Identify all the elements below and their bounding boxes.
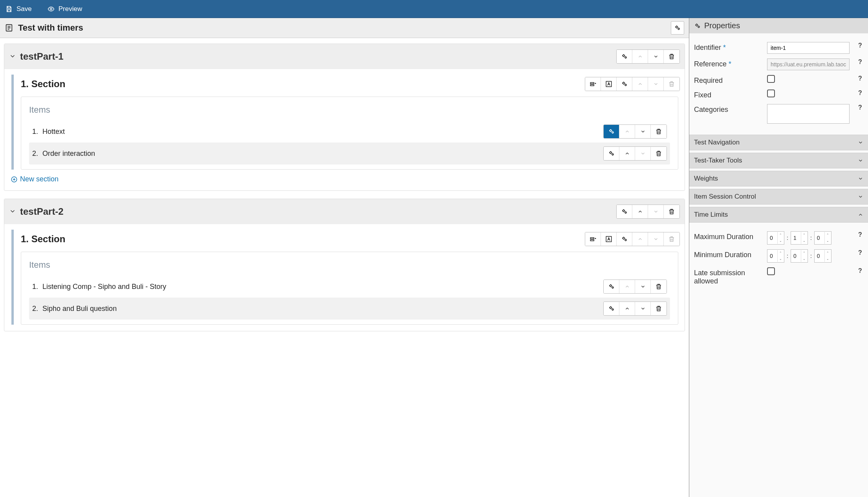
section: 1. Section Items 1. xyxy=(11,230,680,325)
section-settings-button[interactable] xyxy=(617,77,632,91)
fixed-checkbox[interactable] xyxy=(767,90,775,97)
item-settings-button[interactable] xyxy=(604,125,619,138)
svg-point-21 xyxy=(623,238,624,239)
accordion-weights[interactable]: Weights xyxy=(689,171,868,186)
part-settings-button[interactable] xyxy=(617,50,632,63)
duration-seconds-input[interactable]: 0⌃⌄ xyxy=(814,231,831,245)
trash-icon xyxy=(655,128,662,135)
section-delete-button xyxy=(664,77,679,91)
spin-up[interactable]: ⌃ xyxy=(824,232,831,238)
help-button[interactable]: ? xyxy=(857,267,863,274)
part-title: testPart-2 xyxy=(20,206,612,217)
gears-icon xyxy=(608,128,615,135)
accordion-item-session-control[interactable]: Item Session Control xyxy=(689,189,868,205)
spin-up[interactable]: ⌃ xyxy=(824,250,831,256)
prop-row-identifier: Identifier * ? xyxy=(694,42,863,54)
part-delete-button[interactable] xyxy=(664,205,679,218)
item-row[interactable]: 2. Sipho and Buli question xyxy=(29,298,670,320)
test-settings-button[interactable] xyxy=(671,21,684,35)
item-row[interactable]: 2. Order interaction xyxy=(29,143,670,164)
item-settings-button[interactable] xyxy=(604,302,619,315)
spin-down[interactable]: ⌄ xyxy=(801,238,807,244)
item-delete-button[interactable] xyxy=(651,302,667,315)
svg-point-17 xyxy=(625,212,626,213)
part-collapse-toggle[interactable] xyxy=(9,208,16,216)
section-add-item-button[interactable] xyxy=(585,232,601,246)
part-body: 1. Section xyxy=(4,69,685,190)
item-row[interactable]: 1. Hottext xyxy=(29,121,670,143)
identifier-input[interactable] xyxy=(767,42,850,54)
item-delete-button[interactable] xyxy=(651,280,667,293)
items-box: Items 1. Listening Comp - Sipho and Buli… xyxy=(21,252,678,325)
trash-icon xyxy=(668,80,675,88)
item-number: 2. xyxy=(32,150,42,158)
trash-icon xyxy=(668,208,675,215)
part-collapse-toggle[interactable] xyxy=(9,53,16,61)
duration-seconds-input[interactable]: 0⌃⌄ xyxy=(814,249,831,263)
save-button[interactable]: Save xyxy=(5,5,32,13)
spin-up[interactable]: ⌃ xyxy=(777,232,784,238)
help-button[interactable]: ? xyxy=(857,42,863,49)
item-delete-button[interactable] xyxy=(651,125,667,138)
item-row[interactable]: 1. Listening Comp - Sipho and Buli - Sto… xyxy=(29,276,670,298)
properties-title: Properties xyxy=(704,21,740,30)
spin-down[interactable]: ⌄ xyxy=(777,256,784,262)
prop-label: Fixed xyxy=(694,90,763,99)
item-move-up-button[interactable] xyxy=(619,147,635,160)
part-settings-button[interactable] xyxy=(617,205,632,218)
svg-point-24 xyxy=(612,287,613,288)
part-move-down-button[interactable] xyxy=(648,50,664,63)
required-checkbox[interactable] xyxy=(767,75,775,83)
part-move-up-button[interactable] xyxy=(632,205,648,218)
spin-up[interactable]: ⌃ xyxy=(801,232,807,238)
spin-down[interactable]: ⌄ xyxy=(824,256,831,262)
item-move-up-button[interactable] xyxy=(619,302,635,315)
duration-hours-input[interactable]: 0⌃⌄ xyxy=(767,249,784,263)
late-submission-checkbox[interactable] xyxy=(767,267,775,275)
section-settings-button[interactable] xyxy=(617,232,632,246)
part-delete-button[interactable] xyxy=(664,50,679,63)
spin-down[interactable]: ⌄ xyxy=(824,238,831,244)
text-a-icon xyxy=(605,236,612,243)
categories-input[interactable] xyxy=(767,104,850,124)
spin-down[interactable]: ⌄ xyxy=(777,238,784,244)
help-button[interactable]: ? xyxy=(857,90,863,97)
item-move-down-button[interactable] xyxy=(635,125,651,138)
section-title: 1. Section xyxy=(21,79,585,90)
accordion-test-navigation[interactable]: Test Navigation xyxy=(689,135,868,150)
chevron-down-icon xyxy=(653,209,659,214)
duration-minutes-input[interactable]: 1⌃⌄ xyxy=(791,231,808,245)
section: 1. Section xyxy=(11,75,680,170)
spin-up[interactable]: ⌃ xyxy=(777,250,784,256)
help-button[interactable]: ? xyxy=(857,249,863,256)
spin-down[interactable]: ⌄ xyxy=(801,256,807,262)
prop-row-required: Required ? xyxy=(694,75,863,85)
required-asterisk: * xyxy=(729,60,731,68)
accordion-label: Time Limits xyxy=(694,211,858,219)
item-actions xyxy=(603,124,667,139)
item-move-down-button[interactable] xyxy=(635,302,651,315)
accordion-test-taker-tools[interactable]: Test-Taker Tools xyxy=(689,153,868,168)
item-move-down-button[interactable] xyxy=(635,280,651,293)
item-settings-button[interactable] xyxy=(604,147,619,160)
chevron-down-icon xyxy=(653,81,659,87)
accordion-time-limits[interactable]: Time Limits xyxy=(689,207,868,223)
help-button[interactable]: ? xyxy=(857,58,863,66)
test-title: Test with timers xyxy=(18,23,666,33)
section-rubric-button[interactable] xyxy=(601,77,617,91)
item-delete-button[interactable] xyxy=(651,147,667,160)
help-button[interactable]: ? xyxy=(857,231,863,238)
svg-point-5 xyxy=(625,57,626,58)
item-settings-button[interactable] xyxy=(604,280,619,293)
help-button[interactable]: ? xyxy=(857,75,863,82)
preview-button[interactable]: Preview xyxy=(48,5,82,13)
section-rubric-button[interactable] xyxy=(601,232,617,246)
chevron-down-icon xyxy=(653,54,659,59)
chevron-down-icon xyxy=(858,176,863,181)
duration-hours-input[interactable]: 0⌃⌄ xyxy=(767,231,784,245)
section-add-item-button[interactable] xyxy=(585,77,601,91)
new-section-button[interactable]: New section xyxy=(4,170,685,185)
spin-up[interactable]: ⌃ xyxy=(801,250,807,256)
duration-minutes-input[interactable]: 0⌃⌄ xyxy=(791,249,808,263)
help-button[interactable]: ? xyxy=(857,104,863,111)
